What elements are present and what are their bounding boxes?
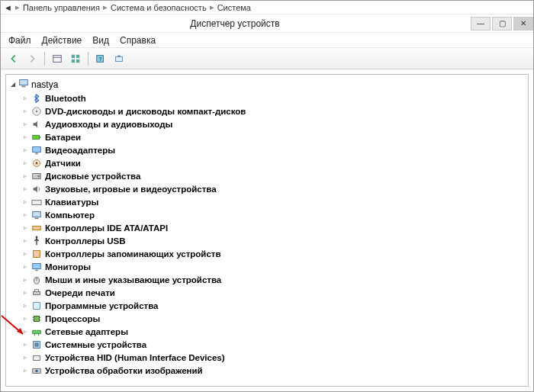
menu-file[interactable]: Файл: [8, 35, 31, 46]
expander-icon[interactable]: ▹: [21, 302, 28, 309]
expander-icon[interactable]: ▹: [21, 146, 28, 153]
software-icon: [31, 300, 43, 312]
crumb-system-security[interactable]: Система и безопасность: [111, 3, 207, 12]
expander-icon[interactable]: ▹: [21, 224, 28, 231]
maximize-button[interactable]: ▢: [492, 17, 512, 31]
device-category[interactable]: ▹DVD-дисководы и дисководы компакт-диско…: [21, 104, 526, 117]
nav-back-button[interactable]: [5, 50, 22, 67]
device-category[interactable]: ▹Контроллеры запоминающих устройств: [21, 247, 526, 260]
expander-icon[interactable]: ▹: [21, 95, 28, 101]
expander-icon[interactable]: ▹: [21, 237, 28, 244]
ide-icon: [31, 222, 43, 234]
device-category[interactable]: ▹Звуковые, игровые и видеоустройства: [21, 182, 526, 195]
device-category[interactable]: ▹Клавиатуры: [21, 195, 526, 208]
category-label: Очереди печати: [45, 287, 115, 299]
sound-icon: [31, 183, 43, 195]
expander-icon[interactable]: ▹: [21, 185, 28, 192]
device-category[interactable]: ▹Сетевые адаптеры: [21, 325, 526, 338]
disc-icon: [31, 105, 43, 117]
device-category[interactable]: ▹Батареи: [21, 130, 526, 143]
expander-icon[interactable]: ▹: [21, 198, 28, 205]
root-label: nastya: [31, 79, 58, 91]
computer-icon: [18, 78, 29, 92]
svg-rect-3: [76, 54, 79, 57]
help-button[interactable]: ?: [92, 50, 109, 67]
expander-icon[interactable]: ▹: [21, 341, 28, 348]
properties-button[interactable]: [67, 50, 84, 67]
svg-rect-46: [34, 355, 40, 360]
svg-rect-11: [21, 86, 25, 88]
device-category[interactable]: ▹Устройства обработки изображений: [21, 364, 526, 377]
device-category[interactable]: ▹Видеоадаптеры: [21, 143, 526, 156]
tree-root[interactable]: ◢ nastya: [8, 78, 526, 92]
expander-icon[interactable]: ▹: [21, 172, 28, 179]
sensor-icon: [31, 157, 43, 169]
device-category[interactable]: ▹Процессоры: [21, 312, 526, 325]
network-icon: [31, 326, 43, 338]
svg-rect-22: [32, 200, 41, 204]
cpu-icon: [31, 313, 43, 325]
device-category[interactable]: ▹Датчики: [21, 156, 526, 169]
device-category[interactable]: ▹Аудиовходы и аудиовыходы: [21, 117, 526, 130]
usb-icon: [31, 235, 43, 247]
menu-view[interactable]: Вид: [92, 35, 109, 46]
device-category[interactable]: ▹Устройства HID (Human Interface Devices…: [21, 351, 526, 364]
category-label: Датчики: [45, 157, 81, 169]
category-label: Аудиовходы и аудиовыходы: [45, 118, 172, 130]
expander-icon[interactable]: ▹: [21, 263, 28, 270]
device-category[interactable]: ▹Мыши и иные указывающие устройства: [21, 273, 526, 286]
menu-help[interactable]: Справка: [120, 35, 156, 46]
device-category[interactable]: ▹Дисковые устройства: [21, 169, 526, 182]
titlebar: Диспетчер устройств — ▢ ✕: [1, 14, 533, 33]
show-hidden-button[interactable]: [49, 50, 66, 67]
device-category[interactable]: ▹Контроллеры IDE ATA/ATAPI: [21, 221, 526, 234]
toolbar: ?: [1, 48, 533, 69]
device-category[interactable]: ▹Контроллеры USB: [21, 234, 526, 247]
computer-icon: [31, 209, 43, 221]
monitor-icon: [31, 261, 43, 273]
minimize-button[interactable]: —: [471, 17, 491, 31]
device-category[interactable]: ▹Системные устройства: [21, 338, 526, 351]
category-label: Bluetooth: [45, 92, 86, 104]
svg-rect-26: [33, 226, 41, 230]
svg-rect-2: [72, 54, 75, 57]
svg-rect-34: [34, 289, 38, 291]
display-icon: [31, 144, 43, 156]
expander-icon[interactable]: ▹: [21, 250, 28, 257]
close-button[interactable]: ✕: [513, 17, 533, 31]
expander-icon[interactable]: ▹: [21, 354, 28, 361]
expander-icon[interactable]: ▹: [21, 133, 28, 140]
imaging-icon: [31, 365, 43, 377]
expander-icon[interactable]: ▹: [21, 159, 28, 166]
scan-hardware-button[interactable]: [111, 50, 127, 67]
crumb-system[interactable]: Система: [217, 3, 251, 12]
nav-forward-button[interactable]: [24, 50, 40, 67]
category-label: Устройства обработки изображений: [45, 365, 203, 377]
breadcrumb: ◄ ▸ Панель управления ▸ Система и безопа…: [1, 1, 533, 14]
svg-rect-29: [33, 263, 41, 268]
bluetooth-icon: [31, 92, 43, 104]
device-category[interactable]: ▹Мониторы: [21, 260, 526, 273]
svg-point-13: [36, 110, 38, 112]
crumb-control-panel[interactable]: Панель управления: [23, 3, 100, 12]
expander-icon[interactable]: ▹: [21, 120, 28, 127]
svg-rect-9: [117, 55, 121, 56]
category-label: Звуковые, игровые и видеоустройства: [45, 183, 217, 195]
expander-icon[interactable]: ▹: [21, 211, 28, 218]
expander-icon[interactable]: ▹: [21, 108, 28, 114]
system-icon: [31, 339, 43, 351]
device-category[interactable]: ▹Bluetooth: [21, 92, 526, 104]
expander-icon[interactable]: ▹: [21, 276, 28, 283]
address-back-icon: ◄: [4, 3, 12, 12]
device-category[interactable]: ▹Компьютер: [21, 208, 526, 221]
category-label: Системные устройства: [45, 339, 146, 351]
expander-icon[interactable]: ▹: [21, 328, 28, 335]
expander-icon[interactable]: ◢: [9, 82, 16, 88]
category-label: Сетевые адаптеры: [45, 326, 128, 338]
expander-icon[interactable]: ▹: [21, 289, 28, 296]
device-category[interactable]: ▹Очереди печати: [21, 286, 526, 299]
device-category[interactable]: ▹Программные устройства: [21, 299, 526, 312]
menu-action[interactable]: Действие: [42, 35, 82, 46]
expander-icon[interactable]: ▹: [21, 367, 28, 374]
expander-icon[interactable]: ▹: [21, 315, 28, 322]
